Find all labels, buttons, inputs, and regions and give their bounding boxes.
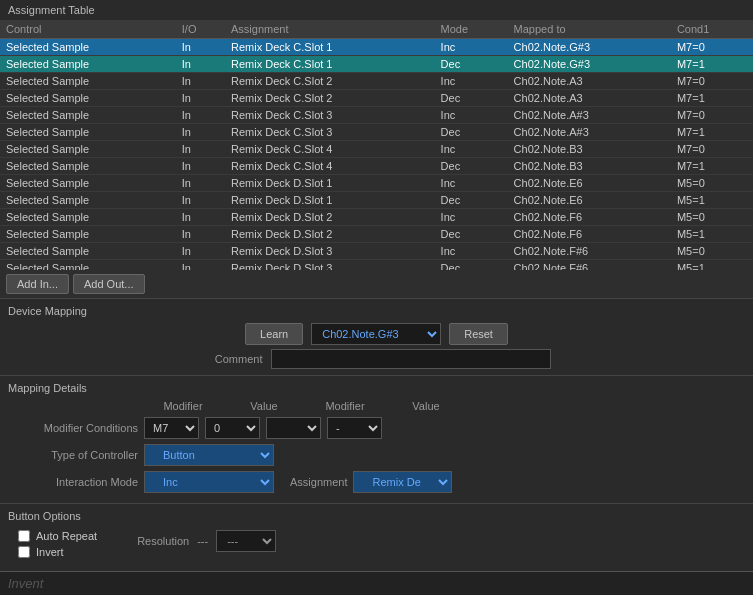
auto-repeat-checkbox[interactable] xyxy=(18,530,30,542)
col-assignment: Assignment xyxy=(225,20,435,39)
modifier-conditions-label: Modifier Conditions xyxy=(18,422,138,434)
table-row[interactable]: Selected SampleInRemix Deck C.Slot 1DecC… xyxy=(0,56,753,73)
cell-mapped: Ch02.Note.F#6 xyxy=(508,243,671,260)
cell-control: Selected Sample xyxy=(0,243,176,260)
cell-mapped: Ch02.Note.E6 xyxy=(508,192,671,209)
cell-assignment: Remix Deck D.Slot 3 xyxy=(225,243,435,260)
cell-mapped: Ch02.Note.F6 xyxy=(508,209,671,226)
invert-label: Invert xyxy=(36,546,64,558)
cell-control: Selected Sample xyxy=(0,226,176,243)
modifier-col-label2: Modifier xyxy=(300,400,390,412)
cell-mapped: Ch02.Note.F6 xyxy=(508,226,671,243)
cell-mode: Inc xyxy=(435,243,508,260)
cell-control: Selected Sample xyxy=(0,73,176,90)
cell-mode: Dec xyxy=(435,56,508,73)
col-cond: Cond1 xyxy=(671,20,753,39)
cell-assignment: Remix Deck D.Slot 1 xyxy=(225,192,435,209)
cell-mode: Inc xyxy=(435,73,508,90)
col-io: I/O xyxy=(176,20,225,39)
cell-io: In xyxy=(176,90,225,107)
cell-cond: M7=1 xyxy=(671,90,753,107)
table-row[interactable]: Selected SampleInRemix Deck C.Slot 4IncC… xyxy=(0,141,753,158)
cell-mapped: Ch02.Note.B3 xyxy=(508,158,671,175)
cell-io: In xyxy=(176,243,225,260)
table-row[interactable]: Selected SampleInRemix Deck C.Slot 3DecC… xyxy=(0,124,753,141)
resolution-value: --- xyxy=(197,535,208,547)
reset-button[interactable]: Reset xyxy=(449,323,508,345)
learn-button[interactable]: Learn xyxy=(245,323,303,345)
invert-checkbox[interactable] xyxy=(18,546,30,558)
cell-io: In xyxy=(176,260,225,271)
add-out-button[interactable]: Add Out... xyxy=(73,274,145,294)
table-row[interactable]: Selected SampleInRemix Deck C.Slot 2DecC… xyxy=(0,90,753,107)
table-row[interactable]: Selected SampleInRemix Deck D.Slot 2DecC… xyxy=(0,226,753,243)
scrollable-table[interactable]: Control I/O Assignment Mode Mapped to Co… xyxy=(0,20,753,270)
cell-mode: Dec xyxy=(435,260,508,271)
value2-select[interactable]: - 01 xyxy=(327,417,382,439)
footer-logo: Invent xyxy=(8,576,43,591)
cell-mode: Inc xyxy=(435,107,508,124)
type-row: Type of Controller Button Fader xyxy=(18,444,745,466)
col-mode: Mode xyxy=(435,20,508,39)
table-row[interactable]: Selected SampleInRemix Deck C.Slot 4DecC… xyxy=(0,158,753,175)
type-label: Type of Controller xyxy=(18,449,138,461)
interaction-select[interactable]: Inc Dec xyxy=(144,471,274,493)
cell-control: Selected Sample xyxy=(0,141,176,158)
cell-assignment: Remix Deck C.Slot 4 xyxy=(225,158,435,175)
table-header-row: Control I/O Assignment Mode Mapped to Co… xyxy=(0,20,753,39)
table-row[interactable]: Selected SampleInRemix Deck D.Slot 1DecC… xyxy=(0,192,753,209)
value1-select[interactable]: 0 1 xyxy=(205,417,260,439)
add-in-button[interactable]: Add In... xyxy=(6,274,69,294)
auto-repeat-label: Auto Repeat xyxy=(36,530,97,542)
value-col-label1: Value xyxy=(234,400,294,412)
interaction-label: Interaction Mode xyxy=(18,476,138,488)
footer-bar: Invent xyxy=(0,571,753,595)
table-row[interactable]: Selected SampleInRemix Deck D.Slot 3DecC… xyxy=(0,260,753,271)
cell-control: Selected Sample xyxy=(0,260,176,271)
cell-io: In xyxy=(176,158,225,175)
table-row[interactable]: Selected SampleInRemix Deck C.Slot 3IncC… xyxy=(0,107,753,124)
cell-assignment: Remix Deck D.Slot 2 xyxy=(225,209,435,226)
cell-cond: M7=0 xyxy=(671,141,753,158)
cell-mode: Dec xyxy=(435,226,508,243)
modifier1-select[interactable]: M7 M1M2M3 xyxy=(144,417,199,439)
table-container: Control I/O Assignment Mode Mapped to Co… xyxy=(0,20,753,298)
cell-control: Selected Sample xyxy=(0,124,176,141)
col-mapped: Mapped to xyxy=(508,20,671,39)
cell-mapped: Ch02.Note.G#3 xyxy=(508,56,671,73)
resolution-label: Resolution xyxy=(137,535,189,547)
cell-assignment: Remix Deck C.Slot 3 xyxy=(225,124,435,141)
cell-mode: Dec xyxy=(435,124,508,141)
mapping-details-section: Mapping Details Modifier Value Modifier … xyxy=(0,375,753,499)
modifier-header-row: Modifier Value Modifier Value xyxy=(18,400,745,412)
type-select[interactable]: Button Fader xyxy=(144,444,274,466)
device-mapping-title: Device Mapping xyxy=(8,305,745,319)
cell-mapped: Ch02.Note.F#6 xyxy=(508,260,671,271)
cell-mode: Inc xyxy=(435,39,508,56)
table-row[interactable]: Selected SampleInRemix Deck D.Slot 1IncC… xyxy=(0,175,753,192)
table-buttons: Add In... Add Out... xyxy=(0,270,753,298)
cell-cond: M7=1 xyxy=(671,56,753,73)
cell-control: Selected Sample xyxy=(0,209,176,226)
table-row[interactable]: Selected SampleInRemix Deck C.Slot 1IncC… xyxy=(0,39,753,56)
assignment-select[interactable]: Remix De xyxy=(353,471,452,493)
checkbox-group: Auto Repeat Invert xyxy=(18,530,97,558)
table-row[interactable]: Selected SampleInRemix Deck D.Slot 2IncC… xyxy=(0,209,753,226)
mapping-select[interactable]: Ch02.Note.G#3 xyxy=(311,323,441,345)
cell-mapped: Ch02.Note.A#3 xyxy=(508,124,671,141)
table-row[interactable]: Selected SampleInRemix Deck D.Slot 3IncC… xyxy=(0,243,753,260)
device-mapping-row: Learn Ch02.Note.G#3 Reset xyxy=(8,323,745,345)
interaction-row: Interaction Mode Inc Dec Assignment Remi… xyxy=(18,471,745,493)
cell-mode: Inc xyxy=(435,141,508,158)
cell-mapped: Ch02.Note.B3 xyxy=(508,141,671,158)
auto-repeat-row: Auto Repeat xyxy=(18,530,97,542)
comment-row: Comment xyxy=(8,349,745,369)
cell-cond: M7=1 xyxy=(671,124,753,141)
table-row[interactable]: Selected SampleInRemix Deck C.Slot 2IncC… xyxy=(0,73,753,90)
comment-input[interactable] xyxy=(271,349,551,369)
modifier2-select[interactable]: M1 xyxy=(266,417,321,439)
cell-io: In xyxy=(176,209,225,226)
resolution-select[interactable]: --- xyxy=(216,530,276,552)
assignment-label: Assignment xyxy=(290,476,347,488)
cell-cond: M7=0 xyxy=(671,73,753,90)
